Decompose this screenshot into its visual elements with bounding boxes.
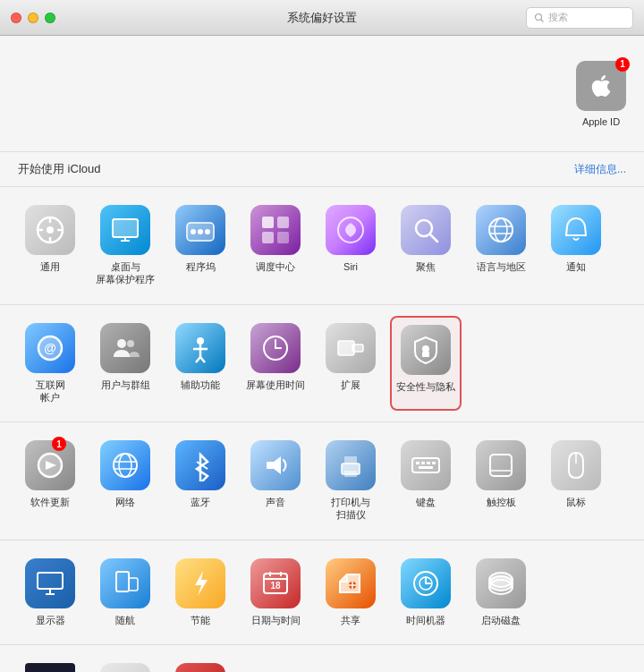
svg-point-21 <box>489 218 513 242</box>
icon-item-general[interactable]: 通用 <box>14 198 86 293</box>
svg-point-40 <box>422 345 429 353</box>
desktop-icon <box>100 205 150 255</box>
icon-item-sidecar[interactable]: 随航 <box>89 551 161 634</box>
icon-item-trackpad[interactable]: 触控板 <box>465 433 537 529</box>
printer-icon <box>326 440 376 490</box>
sidecar-label: 随航 <box>115 614 135 626</box>
svg-text:@: @ <box>44 341 56 355</box>
svg-point-43 <box>114 454 137 477</box>
software-label: 软件更新 <box>30 496 70 508</box>
spotlight-icon <box>401 205 451 255</box>
icon-item-internet[interactable]: @互联网 帐户 <box>14 316 86 412</box>
lut-icon: LUT <box>25 663 75 672</box>
language-icon <box>476 205 526 255</box>
mission-label: 调度中心 <box>256 260 295 273</box>
software-icon: 1 <box>25 440 75 490</box>
icon-item-desktop[interactable]: 桌面与 屏幕保护程序 <box>89 198 161 293</box>
icon-item-startup[interactable]: 启动磁盘 <box>465 551 537 634</box>
icon-item-tuxera[interactable]: TTuxera NTFS <box>165 656 236 672</box>
search-box[interactable]: 搜索 <box>526 7 633 29</box>
icon-item-security[interactable]: 安全性与隐私 <box>390 316 462 412</box>
icloud-text: 开始使用 iCloud <box>18 161 100 177</box>
icon-item-printer[interactable]: 打印机与 扫描仪 <box>315 433 386 529</box>
close-button[interactable] <box>11 13 21 23</box>
icon-item-software[interactable]: 1软件更新 <box>14 433 86 529</box>
icon-item-display[interactable]: 显示器 <box>14 551 86 634</box>
svg-rect-55 <box>427 462 430 464</box>
icon-item-notification[interactable]: 通知 <box>540 198 612 293</box>
trackpad-icon <box>476 440 526 490</box>
svg-rect-65 <box>129 578 138 591</box>
icon-item-mission[interactable]: 调度中心 <box>240 198 311 293</box>
icon-item-siri[interactable]: Siri <box>315 198 386 293</box>
section-2: @互联网 帐户用户与群组辅助功能屏幕使用时间扩展安全性与隐私 <box>0 305 644 423</box>
tuxera-icon: T <box>175 663 225 672</box>
dock-icon <box>175 205 225 255</box>
icon-item-java[interactable]: Java <box>89 656 161 672</box>
svg-rect-51 <box>344 471 357 477</box>
icon-item-timemachine[interactable]: 时间机器 <box>390 551 462 634</box>
svg-point-0 <box>536 13 542 20</box>
extension-icon <box>326 323 376 373</box>
main-content: 1 Apple ID 开始使用 iCloud 详细信息... 通用桌面与 屏幕保… <box>0 36 644 672</box>
display-label: 显示器 <box>36 614 65 626</box>
bluetooth-label: 蓝牙 <box>191 496 210 508</box>
notification-icon <box>551 205 601 255</box>
svg-point-28 <box>117 339 126 348</box>
trackpad-label: 触控板 <box>487 496 516 508</box>
extension-label: 扩展 <box>341 379 360 391</box>
apple-id-block[interactable]: 1 Apple ID <box>576 61 626 127</box>
siri-label: Siri <box>343 260 358 273</box>
apple-id-icon: 1 <box>576 61 626 111</box>
icon-item-sound[interactable]: 声音 <box>240 433 311 529</box>
mouse-label: 鼠标 <box>566 496 586 508</box>
icon-item-access[interactable]: 辅助功能 <box>165 316 236 412</box>
svg-rect-39 <box>352 345 363 352</box>
users-label: 用户与群组 <box>101 379 150 391</box>
internet-icon: @ <box>25 323 75 373</box>
svg-rect-50 <box>344 456 357 464</box>
section-4: 显示器随航节能18日期与时间共享时间机器启动磁盘 <box>0 540 644 645</box>
svg-rect-54 <box>421 462 425 464</box>
icon-item-lut[interactable]: LUTLUT Utility <box>14 656 86 672</box>
icon-item-sharing[interactable]: 共享 <box>315 551 386 634</box>
search-placeholder: 搜索 <box>548 11 568 24</box>
icon-item-dock[interactable]: 程序坞 <box>165 198 236 293</box>
minimize-button[interactable] <box>28 13 38 23</box>
icon-item-bluetooth[interactable]: 蓝牙 <box>165 433 236 529</box>
printer-label: 打印机与 扫描仪 <box>331 496 370 522</box>
detail-link[interactable]: 详细信息... <box>574 162 626 177</box>
icon-item-keyboard[interactable]: 键盘 <box>390 433 462 529</box>
svg-rect-9 <box>113 219 138 237</box>
icon-item-spotlight[interactable]: 聚焦 <box>390 198 462 293</box>
keyboard-icon <box>401 440 451 490</box>
energy-icon <box>175 558 225 608</box>
mouse-icon <box>551 440 601 490</box>
icon-item-users[interactable]: 用户与群组 <box>89 316 161 412</box>
window-controls <box>11 13 55 23</box>
icon-item-mouse[interactable]: 鼠标 <box>540 433 612 529</box>
icon-item-energy[interactable]: 节能 <box>165 551 236 634</box>
icon-item-screentime[interactable]: 屏幕使用时间 <box>240 316 311 412</box>
svg-rect-57 <box>419 466 433 469</box>
svg-rect-56 <box>432 462 436 464</box>
apple-id-section: 1 Apple ID <box>0 36 644 152</box>
svg-line-1 <box>541 19 544 21</box>
svg-rect-14 <box>262 217 274 228</box>
icon-item-extension[interactable]: 扩展 <box>315 316 386 412</box>
sharing-label: 共享 <box>341 614 360 626</box>
maximize-button[interactable] <box>45 13 55 23</box>
icon-item-datetime[interactable]: 18日期与时间 <box>240 551 311 634</box>
svg-line-20 <box>430 234 437 242</box>
access-label: 辅助功能 <box>181 379 220 391</box>
icon-item-network[interactable]: 网络 <box>89 433 161 529</box>
icloud-section: 开始使用 iCloud 详细信息... <box>0 152 644 187</box>
icon-item-language[interactable]: 语言与地区 <box>465 198 537 293</box>
datetime-icon: 18 <box>250 558 301 608</box>
svg-rect-16 <box>262 232 274 243</box>
svg-point-13 <box>205 229 210 234</box>
sharing-icon <box>326 558 376 608</box>
svg-point-30 <box>197 337 204 345</box>
bluetooth-icon <box>175 440 225 490</box>
svg-rect-17 <box>277 232 289 243</box>
